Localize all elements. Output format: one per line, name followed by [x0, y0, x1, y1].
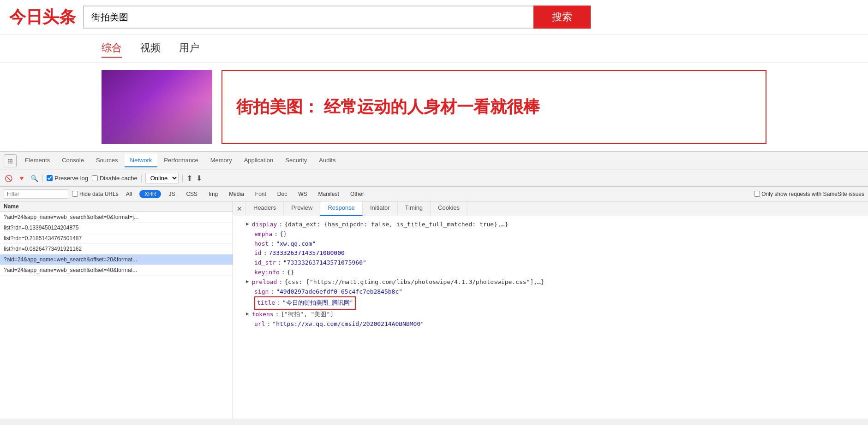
article-title: 街拍美图： 经常运动的人身材一看就很棒 — [236, 96, 540, 118]
filter-type-doc[interactable]: Doc — [274, 190, 291, 198]
filter-type-img[interactable]: Img — [205, 190, 221, 198]
nav-tabs: 综合 视频 用户 — [0, 35, 868, 63]
hide-data-urls-checkbox[interactable]: Hide data URLs — [72, 191, 119, 197]
preserve-log-checkbox[interactable]: Preserve log — [47, 175, 88, 182]
stop-recording-icon[interactable]: 🚫 — [4, 174, 13, 183]
json-line-tokens: ▶ tokens : ["街拍", "美图"] — [239, 310, 862, 319]
search-input[interactable] — [83, 6, 533, 29]
tab-application[interactable]: Application — [239, 154, 279, 167]
filter-input[interactable] — [4, 189, 68, 199]
expand-arrow-display[interactable]: ▶ — [246, 220, 249, 228]
devtools-filter-row: Hide data URLs All XHR JS CSS Img Media … — [0, 187, 868, 201]
search-button[interactable]: 搜索 — [533, 6, 591, 29]
devtools-body: Name ?aid=24&app_name=web_search&offset=… — [0, 201, 868, 419]
json-line-host: host : "xw.qq.com" — [239, 239, 862, 249]
devtools-toggle-button[interactable]: ⊞ — [4, 154, 17, 167]
toolbar-separator-3 — [182, 174, 183, 183]
devtools-toolbar: 🚫 🔻 🔍 Preserve log Disable cache Online … — [0, 170, 868, 187]
expand-arrow-tokens[interactable]: ▶ — [246, 310, 249, 318]
tab-console[interactable]: Console — [56, 154, 90, 167]
filter-type-all[interactable]: All — [122, 190, 136, 198]
json-line-url: url : "https://xw.qq.com/cmsid/20200214A… — [239, 319, 862, 329]
response-tab-bar: ✕ Headers Preview Response Initiator Tim… — [233, 201, 868, 216]
devtools-tab-bar: ⊞ Elements Console Sources Network Perfo… — [0, 152, 868, 170]
response-tab-timing[interactable]: Timing — [398, 201, 431, 216]
json-line-keyinfo: keyinfo : {} — [239, 268, 862, 277]
tab-elements[interactable]: Elements — [19, 154, 55, 167]
toolbar-separator-2 — [141, 174, 142, 183]
search-wrapper: 搜索 — [83, 6, 591, 29]
logo: 今日头条 — [9, 6, 76, 29]
nav-tab-综合[interactable]: 综合 — [102, 39, 122, 58]
filter-type-css[interactable]: CSS — [182, 190, 201, 198]
response-tab-preview[interactable]: Preview — [284, 201, 320, 216]
filter-type-xhr[interactable]: XHR — [139, 190, 161, 198]
expand-arrow-preload[interactable]: ▶ — [246, 277, 249, 286]
filter-type-media[interactable]: Media — [225, 190, 248, 198]
tab-security[interactable]: Security — [280, 154, 312, 167]
upload-icon[interactable]: ⬆ — [186, 174, 192, 183]
response-tab-response[interactable]: Response — [320, 201, 363, 216]
list-item-selected[interactable]: ?aid=24&app_name=web_search&offset=20&fo… — [0, 254, 233, 265]
article-title-suffix: 经常运动的人身材一看就很棒 — [319, 97, 540, 116]
close-panel-icon[interactable]: ✕ — [233, 201, 246, 216]
json-line-id: id : 733332637143571080000 — [239, 248, 862, 258]
filter-type-ws[interactable]: WS — [294, 190, 311, 198]
filter-type-manifest[interactable]: Manifest — [315, 190, 343, 198]
response-tab-cookies[interactable]: Cookies — [431, 201, 467, 216]
tab-memory[interactable]: Memory — [205, 154, 238, 167]
tab-audits[interactable]: Audits — [313, 154, 341, 167]
json-content: ▶ display : {data_ext: {has_mipcdn: fals… — [233, 216, 868, 419]
response-tab-initiator[interactable]: Initiator — [363, 201, 398, 216]
json-line-empha: empha : {} — [239, 230, 862, 239]
json-line-id-str: id_str : "733332637143571075960" — [239, 258, 862, 268]
list-item[interactable]: list?rdn=0.1339450124204875 — [0, 223, 233, 233]
top-bar: 今日头条 搜索 — [0, 0, 868, 35]
network-condition-select[interactable]: Online — [145, 173, 179, 183]
filter-type-other[interactable]: Other — [347, 190, 368, 198]
content-area: 街拍美图： 经常运动的人身材一看就很棒 — [0, 63, 868, 151]
list-item[interactable]: list?rdn=0.21851434767501487 — [0, 233, 233, 244]
clear-icon[interactable]: 🔻 — [17, 174, 26, 183]
filter-type-font[interactable]: Font — [251, 190, 270, 198]
list-item[interactable]: ?aid=24&app_name=web_search&offset=40&fo… — [0, 265, 233, 276]
filter-type-js[interactable]: JS — [165, 190, 179, 198]
json-line-display: ▶ display : {data_ext: {has_mipcdn: fals… — [239, 220, 862, 230]
json-line-preload: ▶ preload : {css: ["https://mat1.gtimg.c… — [239, 277, 862, 287]
disable-cache-checkbox[interactable]: Disable cache — [92, 175, 138, 182]
nav-tab-用户[interactable]: 用户 — [179, 39, 199, 58]
search-icon[interactable]: 🔍 — [30, 174, 39, 183]
json-line-title: title : "今日的街拍美图_腾讯网" — [239, 296, 862, 310]
toolbar-separator-1 — [42, 174, 43, 183]
download-icon[interactable]: ⬇ — [196, 174, 202, 183]
tab-performance[interactable]: Performance — [158, 154, 204, 167]
nav-tab-视频[interactable]: 视频 — [140, 39, 161, 58]
article-title-box: 街拍美图： 经常运动的人身材一看就很棒 — [221, 70, 766, 144]
list-item[interactable]: ?aid=24&app_name=web_search&offset=0&for… — [0, 212, 233, 223]
request-list-header: Name — [0, 201, 233, 212]
tab-network[interactable]: Network — [125, 154, 158, 167]
tab-sources[interactable]: Sources — [90, 154, 124, 167]
title-highlighted-row: title : "今日的街拍美图_腾讯网" — [254, 296, 356, 310]
devtools: ⊞ Elements Console Sources Network Perfo… — [0, 151, 868, 419]
request-list: Name ?aid=24&app_name=web_search&offset=… — [0, 201, 233, 419]
thumbnail-overlay — [102, 100, 212, 144]
article-thumbnail — [102, 70, 212, 144]
list-item[interactable]: list?rdn=0.08264773491921162 — [0, 244, 233, 254]
response-tab-headers[interactable]: Headers — [246, 201, 284, 216]
response-panel: ✕ Headers Preview Response Initiator Tim… — [233, 201, 868, 419]
article-title-prefix: 街拍美图： — [236, 97, 319, 116]
samesite-checkbox[interactable]: Only show requests with SameSite issues — [754, 191, 864, 197]
json-line-sign: sign : "49d0297ade6efdf0-65c4fc7eb2845b8… — [239, 287, 862, 297]
